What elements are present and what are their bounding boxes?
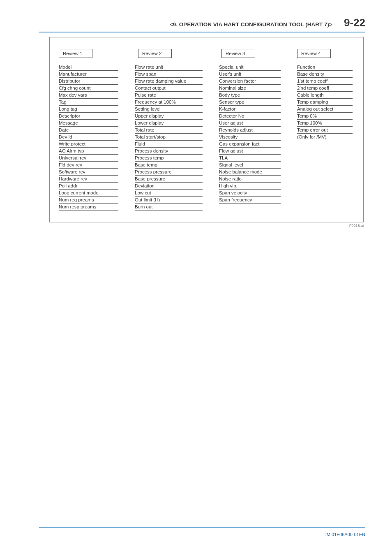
doc-number: IM 01F06A00-01EN bbox=[325, 532, 365, 537]
review-2-item: Out limit (H) bbox=[135, 197, 203, 204]
review-1-item: Write protect bbox=[59, 141, 118, 148]
review-3-item: Special unit bbox=[219, 64, 281, 71]
review-1-item: Max dev vars bbox=[59, 92, 118, 99]
review-4-item: Temp 100% bbox=[297, 120, 353, 127]
review-4-item: Cable length bbox=[297, 92, 353, 99]
figure-reference: F0918.ai bbox=[49, 224, 364, 228]
review-3-item: Signal level bbox=[219, 162, 281, 169]
review-1-item: Date bbox=[59, 127, 118, 134]
review-1-item: Software rev bbox=[59, 169, 118, 176]
header-line: <9. OPERATION VIA HART CONFIGURATION TOO… bbox=[39, 16, 365, 32]
review-2-column: Review 2 Flow rate unit Flow span Flow r… bbox=[135, 49, 203, 210]
review-4-column: Review 4 Function Base density 1'st temp… bbox=[297, 49, 353, 140]
page-header: <9. OPERATION VIA HART CONFIGURATION TOO… bbox=[39, 16, 365, 32]
review-3-item: Span velocity bbox=[219, 190, 281, 197]
review-4-item: Analog out select bbox=[297, 106, 353, 113]
review-3-item: Flow adjust bbox=[219, 148, 281, 155]
review-1-item: Descriptor bbox=[59, 113, 118, 120]
review-3-item: Nominal size bbox=[219, 85, 281, 92]
chapter-title: <9. OPERATION VIA HART CONFIGURATION TOO… bbox=[170, 21, 332, 28]
review-2-item: Burn out bbox=[135, 204, 203, 210]
review-3-column: Review 3 Special unit User's unit Conver… bbox=[219, 49, 281, 204]
page-footer: IM 01F06A00-01EN bbox=[39, 527, 365, 537]
review-4-item: Base density bbox=[297, 71, 353, 78]
review-2-item: Frequency at 100% bbox=[135, 99, 203, 106]
review-2-item: Flow rate unit bbox=[135, 64, 203, 71]
review-4-title: Review 4 bbox=[297, 49, 331, 58]
review-4-note: (Only for /MV) bbox=[297, 134, 353, 140]
review-1-item: Long tag bbox=[59, 106, 118, 113]
review-2-item: Total rate bbox=[135, 127, 203, 134]
review-1-item: Fld dev rev bbox=[59, 162, 118, 169]
review-1-title: Review 1 bbox=[59, 49, 92, 58]
review-3-item: Body type bbox=[219, 92, 281, 99]
review-3-item: K-factor bbox=[219, 106, 281, 113]
review-3-item: Noise balance mode bbox=[219, 169, 281, 176]
review-1-item: Loop current mode bbox=[59, 190, 118, 197]
review-panel: Review 1 Model Manufacturer Distributor … bbox=[49, 37, 364, 222]
review-2-item: Base pressure bbox=[135, 176, 203, 183]
review-3-item: Reynolds adjust bbox=[219, 127, 281, 134]
review-4-item: 2'nd temp coeff bbox=[297, 85, 353, 92]
review-4-item: Temp damping bbox=[297, 99, 353, 106]
review-1-item: Dev id bbox=[59, 134, 118, 141]
review-1-item: Num req preams bbox=[59, 197, 118, 204]
review-3-item: Viscosity bbox=[219, 134, 281, 141]
review-2-item: Pulse rate bbox=[135, 92, 203, 99]
review-1-item: Distributor bbox=[59, 78, 118, 85]
review-1-item: Num resp preams bbox=[59, 204, 118, 210]
review-3-item: Conversion factor bbox=[219, 78, 281, 85]
review-4-item: Temp error out bbox=[297, 127, 353, 134]
review-3-item: Detector No bbox=[219, 113, 281, 120]
review-2-item: Low cut bbox=[135, 190, 203, 197]
review-2-title: Review 2 bbox=[138, 49, 172, 58]
review-4-item: 1'st temp coeff bbox=[297, 78, 353, 85]
review-2-item: Lower display bbox=[135, 120, 203, 127]
review-1-item: Universal rev bbox=[59, 155, 118, 162]
review-2-item: Fluid bbox=[135, 141, 203, 148]
review-3-item: User's unit bbox=[219, 71, 281, 78]
review-1-item: Model bbox=[59, 64, 118, 71]
review-3-item: User adjust bbox=[219, 120, 281, 127]
review-2-item: Flow span bbox=[135, 71, 203, 78]
review-2-item: Flow rate damping value bbox=[135, 78, 203, 85]
review-2-item: Process temp bbox=[135, 155, 203, 162]
review-3-item: TLA bbox=[219, 155, 281, 162]
review-2-item: Deviation bbox=[135, 183, 203, 190]
review-2-item: Process pressure bbox=[135, 169, 203, 176]
review-3-item: Span frequency bbox=[219, 197, 281, 204]
page-number: 9-22 bbox=[344, 16, 365, 29]
review-3-title: Review 3 bbox=[221, 49, 255, 58]
review-4-item: Temp 0% bbox=[297, 113, 353, 120]
review-1-item: AO Alrm typ bbox=[59, 148, 118, 155]
review-3-item: Gas expansion fact bbox=[219, 141, 281, 148]
review-1-column: Review 1 Model Manufacturer Distributor … bbox=[59, 49, 118, 210]
review-2-item: Setting level bbox=[135, 106, 203, 113]
page: <9. OPERATION VIA HART CONFIGURATION TOO… bbox=[0, 0, 392, 555]
review-2-item: Contact output bbox=[135, 85, 203, 92]
review-2-item: Total start/stop bbox=[135, 134, 203, 141]
review-2-item: Process density bbox=[135, 148, 203, 155]
review-1-item: Message bbox=[59, 120, 118, 127]
review-1-item: Tag bbox=[59, 99, 118, 106]
review-columns: Review 1 Model Manufacturer Distributor … bbox=[59, 49, 354, 210]
review-1-item: Cfg chng count bbox=[59, 85, 118, 92]
review-1-item: Hardware rev bbox=[59, 176, 118, 183]
review-3-item: Noise ratio bbox=[219, 176, 281, 183]
review-4-item: Function bbox=[297, 64, 353, 71]
review-2-item: Base temp bbox=[135, 162, 203, 169]
review-1-item: Manufacturer bbox=[59, 71, 118, 78]
review-3-item: Sensor type bbox=[219, 99, 281, 106]
review-1-item: Poll addr bbox=[59, 183, 118, 190]
review-2-item: Upper display bbox=[135, 113, 203, 120]
review-3-item: High vib. bbox=[219, 183, 281, 190]
